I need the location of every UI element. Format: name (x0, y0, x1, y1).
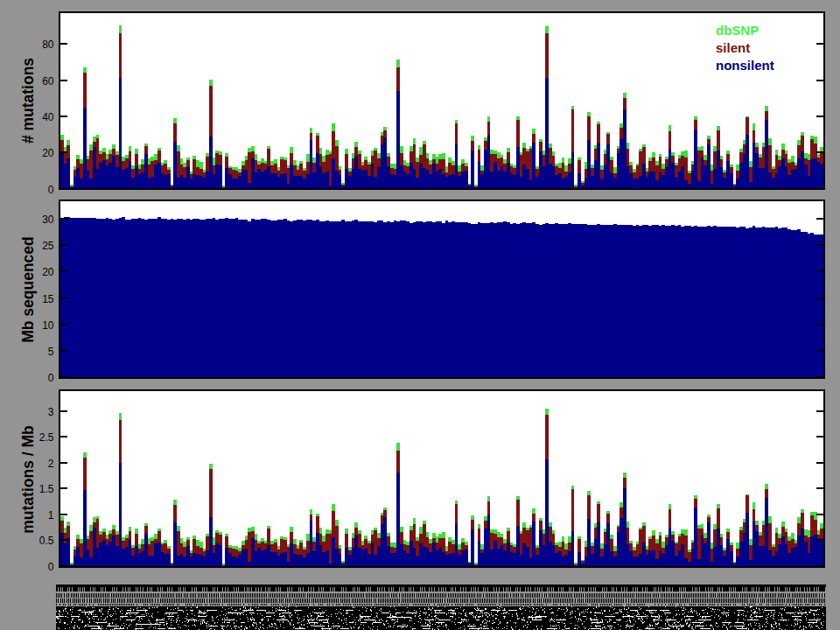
svg-text:25: 25 (42, 240, 54, 252)
svg-text:40: 40 (42, 111, 54, 123)
svg-text:2.5: 2.5 (39, 431, 54, 444)
svg-text:1.5: 1.5 (39, 483, 54, 495)
svg-text:5: 5 (48, 346, 54, 358)
svg-text:1: 1 (48, 509, 54, 522)
svg-text:# mutations: # mutations (19, 58, 37, 144)
svg-text:15: 15 (42, 293, 54, 305)
svg-text:3: 3 (48, 406, 54, 418)
svg-text:0.5: 0.5 (39, 535, 54, 547)
svg-text:0: 0 (48, 561, 54, 573)
svg-text:nonsilent: nonsilent (716, 58, 774, 73)
svg-text:mutations / Mb: mutations / Mb (19, 425, 37, 533)
svg-text:silent: silent (716, 40, 750, 55)
svg-text:30: 30 (42, 214, 54, 226)
svg-text:Mb sequenced: Mb sequenced (19, 236, 37, 343)
svg-text:0: 0 (48, 372, 54, 384)
svg-text:20: 20 (42, 147, 54, 159)
svg-text:80: 80 (42, 38, 54, 51)
svg-text:10: 10 (42, 319, 54, 332)
svg-text:20: 20 (42, 266, 54, 278)
svg-text:60: 60 (42, 75, 54, 88)
svg-text:dbSNP: dbSNP (716, 23, 759, 38)
svg-text:2: 2 (48, 458, 54, 470)
svg-text:0: 0 (48, 184, 54, 196)
